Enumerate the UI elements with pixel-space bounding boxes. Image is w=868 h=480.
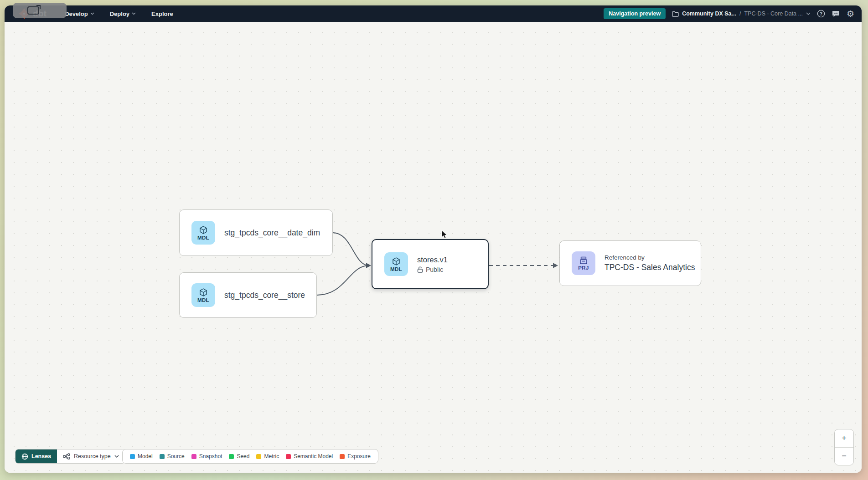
lens-controls: Lenses Resource type <box>15 449 125 464</box>
legend-item-exposure: Exposure <box>340 453 371 460</box>
cube-icon <box>199 288 208 297</box>
legend-item-semantic-model: Semantic Model <box>286 453 333 460</box>
breadcrumb-current[interactable]: TPC-DS - Core Data ... <box>744 10 803 17</box>
capture-window-icon <box>27 6 39 15</box>
node-label: stores.v1 <box>417 255 448 264</box>
chevron-down-icon <box>114 455 119 458</box>
legend-swatch <box>340 454 345 459</box>
legend-swatch <box>160 454 165 459</box>
archive-icon <box>579 256 588 265</box>
resource-type-legend: Model Source Snapshot Seed Metric Semant… <box>122 449 378 464</box>
feedback-icon[interactable] <box>832 10 840 18</box>
legend-item-model: Model <box>130 453 153 460</box>
resource-type-dropdown[interactable]: Resource type <box>57 449 125 463</box>
lock-open-icon <box>417 266 423 273</box>
node-referenced-by-project[interactable]: PRJ Referenced by TPC-DS - Sales Analyti… <box>559 240 701 286</box>
menu-develop[interactable]: Develop <box>65 10 94 17</box>
cube-icon <box>199 225 208 235</box>
navbar-right: Navigation preview Community DX Sa... / … <box>604 8 854 19</box>
chevron-down-icon[interactable] <box>806 12 811 15</box>
legend-swatch <box>286 454 291 459</box>
breadcrumb-project[interactable]: Community DX Sa... <box>682 10 736 17</box>
model-badge: MDL <box>191 283 215 307</box>
breadcrumb-separator: / <box>739 10 741 17</box>
folder-icon <box>672 11 679 17</box>
node-label: stg_tpcds_core__date_dim <box>224 228 320 238</box>
access-indicator: Public <box>417 266 448 273</box>
model-badge: MDL <box>191 221 215 245</box>
main-menu: Develop Deploy Explore <box>65 10 173 17</box>
legend-swatch <box>130 454 135 459</box>
node-stores-v1[interactable]: MDL stores.v1 Public <box>372 239 489 289</box>
breadcrumb: Community DX Sa... / TPC-DS - Core Data … <box>672 10 811 17</box>
resource-type-icon <box>63 453 70 460</box>
zoom-in-button[interactable]: + <box>835 429 853 448</box>
lenses-button[interactable]: Lenses <box>16 449 57 463</box>
menu-explore[interactable]: Explore <box>151 10 173 17</box>
cube-icon <box>392 257 401 266</box>
referenced-by-label: Referenced by <box>604 254 695 261</box>
chevron-down-icon <box>132 12 136 15</box>
legend-swatch <box>256 454 261 459</box>
legend-swatch <box>191 454 196 459</box>
desktop-frame: dbt Develop Deploy Explore Navigation pr… <box>0 0 868 480</box>
menu-deploy[interactable]: Deploy <box>110 10 136 17</box>
legend-item-metric: Metric <box>256 453 279 460</box>
top-navbar: dbt Develop Deploy Explore Navigation pr… <box>5 5 862 22</box>
svg-text:?: ? <box>820 11 822 16</box>
legend-item-snapshot: Snapshot <box>191 453 222 460</box>
project-badge: PRJ <box>572 251 595 275</box>
zoom-out-button[interactable]: − <box>835 448 853 465</box>
lens-icon <box>21 453 28 460</box>
node-stg-tpcds-core-date-dim[interactable]: MDL stg_tpcds_core__date_dim <box>179 209 333 256</box>
settings-gear-icon[interactable]: ⚙ <box>847 10 854 18</box>
screen-capture-overlay <box>13 3 67 18</box>
app-window: dbt Develop Deploy Explore Navigation pr… <box>5 5 862 473</box>
help-icon[interactable]: ? <box>817 10 825 18</box>
legend-swatch <box>229 454 234 459</box>
legend-item-seed: Seed <box>229 453 249 460</box>
node-label: stg_tpcds_core__store <box>224 291 305 300</box>
navigation-preview-badge[interactable]: Navigation preview <box>604 8 666 19</box>
node-stg-tpcds-core-store[interactable]: MDL stg_tpcds_core__store <box>179 272 317 318</box>
chevron-down-icon <box>90 12 94 15</box>
zoom-controls: + − <box>834 429 854 465</box>
model-badge: MDL <box>384 252 408 276</box>
project-name: TPC-DS - Sales Analytics <box>604 263 695 272</box>
legend-item-source: Source <box>160 453 185 460</box>
